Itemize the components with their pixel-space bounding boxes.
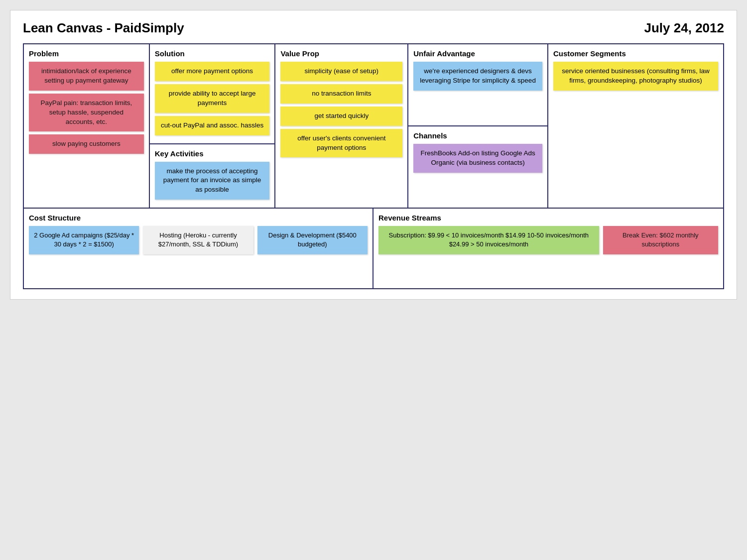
value-prop-note-2: no transaction limits: [280, 84, 402, 104]
unfair-note-1: we're experienced designers & devs lever…: [413, 62, 542, 91]
customer-cell: Customer Segments service oriented busin…: [548, 44, 723, 99]
channels-header: Channels: [413, 131, 542, 140]
key-activities-note-1: make the process of accepting payment fo…: [155, 162, 270, 200]
value-prop-note-3: get started quickly: [280, 107, 402, 126]
customer-column: Customer Segments service oriented busin…: [548, 44, 723, 208]
cost-note-3: Design & Development ($5400 budgeted): [257, 226, 368, 254]
key-activities-cell: Key Activities make the process of accep…: [150, 144, 275, 208]
revenue-items: Subscription: $9.99 < 10 invoices/month …: [378, 226, 718, 254]
cost-items: 2 Google Ad campaigns ($25/day * 30 days…: [29, 226, 368, 254]
value-prop-column: Value Prop simplicity (ease of setup) no…: [275, 44, 408, 208]
problem-column: Problem intimidation/lack of experience …: [24, 44, 150, 208]
revenue-note-1: Subscription: $9.99 < 10 invoices/month …: [378, 226, 599, 254]
solution-note-1: offer more payment options: [155, 62, 270, 81]
unfair-column: Unfair Advantage we're experienced desig…: [408, 44, 548, 208]
canvas-main-row: Problem intimidation/lack of experience …: [24, 44, 723, 209]
problem-note-1: intimidation/lack of experience setting …: [29, 62, 144, 91]
problem-cell: Problem intimidation/lack of experience …: [24, 44, 149, 162]
solution-top-cell: Solution offer more payment options prov…: [150, 44, 275, 144]
solution-note-2: provide ability to accept large payments: [155, 84, 270, 113]
channels-note-1: FreshBooks Add-on listing Google Ads Org…: [413, 144, 542, 173]
unfair-top-cell: Unfair Advantage we're experienced desig…: [408, 44, 547, 126]
key-activities-header: Key Activities: [155, 149, 270, 158]
problem-note-3: slow paying customers: [29, 134, 144, 154]
value-prop-cell: Value Prop simplicity (ease of setup) no…: [275, 44, 407, 165]
value-prop-note-1: simplicity (ease of setup): [280, 62, 402, 81]
problem-header: Problem: [29, 49, 144, 58]
cost-note-2: Hosting (Heroku - currently $27/month, S…: [143, 226, 253, 254]
cost-structure-section: Cost Structure 2 Google Ad campaigns ($2…: [24, 209, 374, 288]
customer-note-1: service oriented businesses (consulting …: [553, 62, 718, 91]
problem-note-2: PayPal pain: transaction limits, setup h…: [29, 94, 144, 132]
revenue-streams-header: Revenue Streams: [378, 214, 718, 222]
cost-note-1: 2 Google Ad campaigns ($25/day * 30 days…: [29, 226, 139, 254]
cost-structure-header: Cost Structure: [29, 214, 368, 222]
page-date: July 24, 2012: [644, 20, 724, 36]
page: Lean Canvas - PaidSimply July 24, 2012 P…: [10, 10, 737, 300]
value-prop-note-4: offer user's clients convenient payment …: [280, 129, 402, 158]
revenue-streams-section: Revenue Streams Subscription: $9.99 < 10…: [374, 209, 723, 288]
customer-header: Customer Segments: [553, 49, 718, 58]
channels-cell: Channels FreshBooks Add-on listing Googl…: [408, 126, 547, 208]
canvas-bottom-row: Cost Structure 2 Google Ad campaigns ($2…: [24, 209, 723, 288]
revenue-note-2: Break Even: $602 monthly subscriptions: [603, 226, 718, 254]
header: Lean Canvas - PaidSimply July 24, 2012: [23, 20, 724, 36]
page-title: Lean Canvas - PaidSimply: [23, 20, 184, 36]
solution-header: Solution: [155, 49, 270, 58]
solution-note-3: cut-out PayPal and assoc. hassles: [155, 116, 270, 135]
unfair-header: Unfair Advantage: [413, 49, 542, 58]
lean-canvas: Problem intimidation/lack of experience …: [23, 43, 724, 289]
value-prop-header: Value Prop: [280, 49, 402, 58]
solution-column: Solution offer more payment options prov…: [150, 44, 276, 208]
